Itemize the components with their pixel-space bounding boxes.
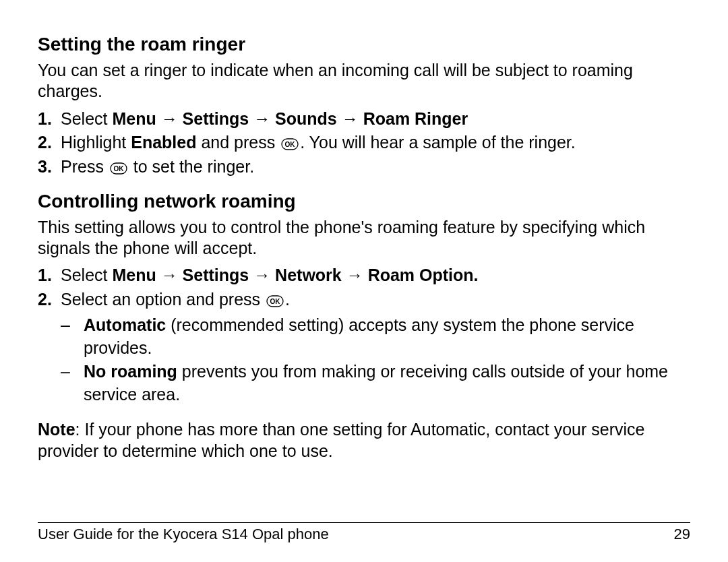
text: to set the ringer. xyxy=(129,157,254,176)
ok-button-icon: OK xyxy=(281,138,299,150)
page-footer: User Guide for the Kyocera S14 Opal phon… xyxy=(38,522,690,543)
text: . You will hear a sample of the ringer. xyxy=(300,133,576,152)
menu-path: Menu → Settings → Sounds → Roam Ringer xyxy=(112,109,468,128)
option-text: No roaming prevents you from making or r… xyxy=(84,361,690,406)
text: . xyxy=(285,290,290,309)
options-list: – Automatic (recommended setting) accept… xyxy=(61,314,690,406)
step-2: 2. Highlight Enabled and press OK. You w… xyxy=(38,131,690,154)
option-name: No roaming xyxy=(84,362,177,381)
step-content: Select Menu → Settings → Network → Roam … xyxy=(61,264,690,287)
intro-roam-ringer: You can set a ringer to indicate when an… xyxy=(38,60,690,102)
heading-network-roaming: Controlling network roaming xyxy=(38,189,690,213)
bold-text: Enabled xyxy=(131,133,196,152)
ok-button-icon: OK xyxy=(266,295,284,307)
footer-guide-title: User Guide for the Kyocera S14 Opal phon… xyxy=(38,526,329,543)
step-number: 1. xyxy=(38,264,61,287)
intro-network-roaming: This setting allows you to control the p… xyxy=(38,217,690,259)
ok-button-icon: OK xyxy=(110,162,127,175)
option-text: Automatic (recommended setting) accepts … xyxy=(84,314,690,360)
note-text: : If your phone has more than one settin… xyxy=(38,420,644,460)
svg-text:OK: OK xyxy=(270,298,280,305)
step-2: 2. Select an option and press OK. – Auto… xyxy=(38,288,690,408)
manual-page: Setting the roam ringer You can set a ri… xyxy=(0,0,728,562)
svg-text:OK: OK xyxy=(113,165,124,173)
text: Press xyxy=(61,157,109,176)
steps-roam-ringer: 1. Select Menu → Settings → Sounds → Roa… xyxy=(38,108,690,179)
option-desc: (recommended setting) accepts any system… xyxy=(84,315,634,357)
note-label: Note xyxy=(38,420,75,439)
page-number: 29 xyxy=(674,526,690,543)
step-content: Highlight Enabled and press OK. You will… xyxy=(61,131,690,154)
option-no-roaming: – No roaming prevents you from making or… xyxy=(61,361,690,406)
text: and press xyxy=(196,133,280,152)
svg-text:OK: OK xyxy=(285,141,296,148)
text: Highlight xyxy=(61,133,131,152)
step-number: 2. xyxy=(38,288,61,311)
step-1: 1. Select Menu → Settings → Network → Ro… xyxy=(38,264,690,287)
heading-roam-ringer: Setting the roam ringer xyxy=(38,32,690,56)
step-content: Select an option and press OK. – Automat… xyxy=(61,288,690,408)
step-number: 2. xyxy=(38,131,61,154)
step-1: 1. Select Menu → Settings → Sounds → Roa… xyxy=(38,108,690,131)
dash-bullet: – xyxy=(61,361,84,383)
footer-rule xyxy=(38,522,690,523)
option-name: Automatic xyxy=(84,315,166,334)
step-content: Select Menu → Settings → Sounds → Roam R… xyxy=(61,108,690,131)
text: Select an option and press xyxy=(61,290,265,309)
step-number: 3. xyxy=(38,156,61,179)
text: Select xyxy=(61,266,112,284)
menu-path: Menu → Settings → Network → Roam Option. xyxy=(112,266,478,284)
option-automatic: – Automatic (recommended setting) accept… xyxy=(61,314,690,360)
step-number: 1. xyxy=(38,108,61,131)
steps-network-roaming: 1. Select Menu → Settings → Network → Ro… xyxy=(38,264,690,408)
step-content: Press OK to set the ringer. xyxy=(61,156,690,179)
note: Note: If your phone has more than one se… xyxy=(38,418,690,462)
dash-bullet: – xyxy=(61,314,84,337)
step-3: 3. Press OK to set the ringer. xyxy=(38,156,690,179)
text: Select xyxy=(61,109,112,128)
